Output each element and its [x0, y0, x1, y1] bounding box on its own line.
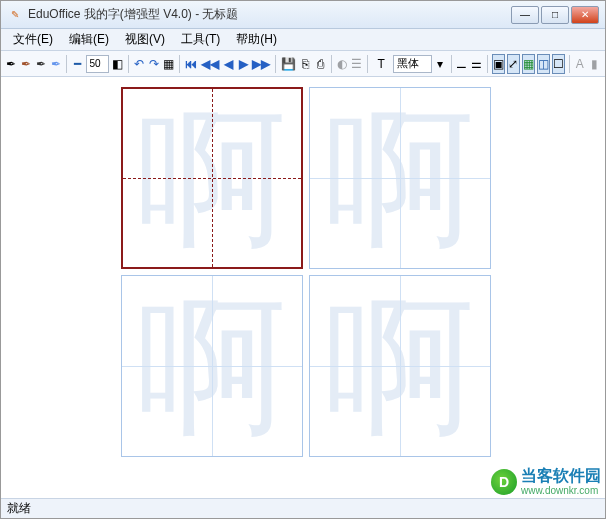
- text-tool-icon: A: [573, 54, 586, 74]
- menu-tools[interactable]: 工具(T): [173, 29, 228, 50]
- minimize-button[interactable]: —: [511, 6, 539, 24]
- menu-file[interactable]: 文件(E): [5, 29, 61, 50]
- separator: [451, 55, 452, 73]
- menu-help[interactable]: 帮助(H): [228, 29, 285, 50]
- separator: [487, 55, 488, 73]
- guide-vertical: [400, 88, 401, 268]
- line-tool-icon[interactable]: ━: [71, 54, 84, 74]
- guide-vertical: [212, 89, 213, 267]
- save-icon[interactable]: 💾: [280, 54, 297, 74]
- canvas-area[interactable]: 啊 啊 啊 啊: [1, 77, 605, 496]
- toolbar: ✒ ✒ ✒ ✒ ━ 50 ◧ ↶ ↷ ▦ ⏮ ◀◀ ◀ ▶ ▶▶ 💾 ⎘ ⎙ ◐…: [1, 51, 605, 77]
- font-dropdown-icon[interactable]: ▾: [434, 54, 447, 74]
- site-watermark: D 当客软件园 www.downkr.com: [491, 467, 601, 496]
- separator: [367, 55, 368, 73]
- next-icon[interactable]: ▶▶: [251, 54, 271, 74]
- font-select[interactable]: 黑体: [393, 55, 432, 73]
- play-icon[interactable]: ▶: [237, 54, 250, 74]
- watermark-logo-icon: D: [491, 469, 517, 495]
- window-title: EduOffice 我的字(增强型 V4.0) - 无标题: [28, 6, 509, 23]
- redo-icon[interactable]: ↷: [147, 54, 160, 74]
- separator: [331, 55, 332, 73]
- size-spinner[interactable]: 50: [86, 55, 110, 73]
- brush3-icon[interactable]: ✒: [35, 54, 48, 74]
- maximize-button[interactable]: □: [541, 6, 569, 24]
- brush2-icon[interactable]: ✒: [20, 54, 33, 74]
- menubar: 文件(E) 编辑(E) 视图(V) 工具(T) 帮助(H): [1, 29, 605, 51]
- grid-cell-2[interactable]: 啊: [309, 87, 491, 269]
- export2-icon[interactable]: ⎙: [314, 54, 327, 74]
- export1-icon[interactable]: ⎘: [299, 54, 312, 74]
- app-icon: ✎: [7, 7, 23, 23]
- grid-cell-1[interactable]: 啊: [121, 87, 303, 269]
- layout-split-icon[interactable]: ◫: [537, 54, 550, 74]
- layout-1x1-icon[interactable]: ▣: [492, 54, 505, 74]
- status-text: 就绪: [7, 500, 31, 517]
- window-titlebar: ✎ EduOffice 我的字(增强型 V4.0) - 无标题 — □ ✕: [1, 1, 605, 29]
- watermark-brand: 当客软件园: [521, 467, 601, 485]
- grid-icon[interactable]: ▦: [162, 54, 175, 74]
- layout-book-icon[interactable]: ☐: [552, 54, 565, 74]
- close-button[interactable]: ✕: [571, 6, 599, 24]
- back-icon[interactable]: ◀: [222, 54, 235, 74]
- separator: [128, 55, 129, 73]
- grid-cell-4[interactable]: 啊: [309, 275, 491, 457]
- zoom-in-icon[interactable]: ⚌: [470, 54, 483, 74]
- eraser-icon[interactable]: ◧: [111, 54, 124, 74]
- disabled2-icon: ☰: [350, 54, 363, 74]
- brush4-icon[interactable]: ✒: [49, 54, 62, 74]
- separator: [66, 55, 67, 73]
- undo-icon[interactable]: ↶: [133, 54, 146, 74]
- font-label-icon: T: [372, 57, 391, 71]
- statusbar: 就绪: [1, 498, 605, 518]
- first-icon[interactable]: ⏮: [184, 54, 198, 74]
- menu-view[interactable]: 视图(V): [117, 29, 173, 50]
- watermark-text: 当客软件园 www.downkr.com: [521, 467, 601, 496]
- menu-edit[interactable]: 编辑(E): [61, 29, 117, 50]
- watermark-url: www.downkr.com: [521, 485, 601, 496]
- zoom-out-icon[interactable]: ⚊: [455, 54, 468, 74]
- guide-vertical: [212, 276, 213, 456]
- window-controls: — □ ✕: [509, 6, 599, 24]
- separator: [179, 55, 180, 73]
- practice-grid: 啊 啊 啊 啊: [121, 87, 491, 457]
- color-tool-icon: ▮: [588, 54, 601, 74]
- grid-cell-3[interactable]: 啊: [121, 275, 303, 457]
- layout-fit-icon[interactable]: ⤢: [507, 54, 520, 74]
- prev-icon[interactable]: ◀◀: [200, 54, 220, 74]
- disabled1-icon: ◐: [335, 54, 348, 74]
- separator: [569, 55, 570, 73]
- layout-grid-icon[interactable]: ▦: [522, 54, 535, 74]
- guide-vertical: [400, 276, 401, 456]
- brush1-icon[interactable]: ✒: [5, 54, 18, 74]
- separator: [275, 55, 276, 73]
